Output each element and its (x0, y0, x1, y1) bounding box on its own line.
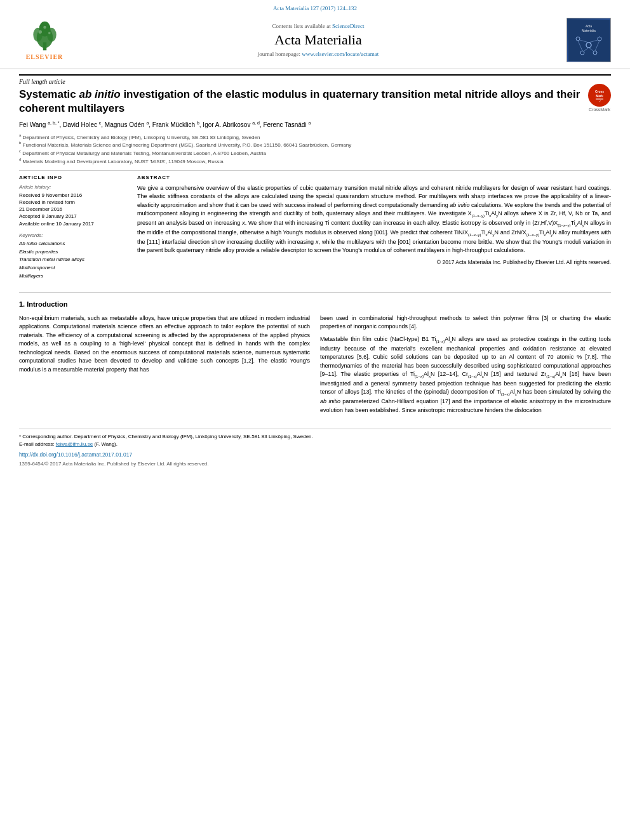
keyword-4: Multicomponent (19, 264, 127, 272)
authors-line: Fei Wang a, b, *, David Holec c, Magnus … (19, 121, 611, 128)
article-info-label: ARTICLE INFO (19, 175, 127, 180)
intro-paragraph-1: Non-equilibrium materials, such as metas… (19, 314, 310, 375)
elsevier-brand: ELSEVIER (26, 53, 64, 60)
svg-point-6 (48, 32, 50, 34)
section-number: 1. (19, 300, 25, 308)
sciencedirect-link[interactable]: ScienceDirect (332, 23, 364, 29)
page: Acta Materialia 127 (2017) 124–132 (0, 0, 630, 840)
journal-cover-image: Acta Materialia (566, 18, 611, 62)
keyword-1: Ab initio calculations (19, 240, 127, 248)
article-info-abstract-section: ARTICLE INFO Article history: Received 9… (19, 175, 611, 286)
copyright-line: © 2017 Acta Materialia Inc. Published by… (137, 259, 611, 265)
cover-graphic: Acta Materialia (568, 20, 610, 61)
affiliation-b: b Functional Materials, Materials Scienc… (19, 140, 611, 149)
article-info-column: ARTICLE INFO Article history: Received 9… (19, 175, 127, 286)
crossmark-label: CrossMark (589, 107, 610, 112)
abstract-label: ABSTRACT (137, 175, 611, 180)
journal-title: Acta Materialia (70, 32, 566, 48)
header-center: Contents lists available at ScienceDirec… (70, 23, 566, 57)
affiliation-c: c Department of Physical Metallurgy and … (19, 149, 611, 157)
history-label: Article history: (19, 184, 127, 190)
header-inner: ELSEVIER Contents lists available at Sci… (13, 14, 617, 66)
crossmark-badge-wrapper[interactable]: Cross Mark ✓ CrossMark (588, 84, 611, 112)
keyword-5: Multilayers (19, 272, 127, 281)
article-body: Full length article Cross Mark ✓ CrossMa… (0, 69, 630, 468)
keywords-label: Keywords: (19, 232, 127, 238)
section-title: Introduction (27, 300, 67, 308)
keywords-list: Ab initio calculations Elastic propertie… (19, 240, 127, 281)
email-suffix: (F. Wang). (94, 441, 117, 447)
elsevier-tree-icon (27, 20, 62, 52)
keywords-group: Keywords: Ab initio calculations Elastic… (19, 232, 127, 281)
article-title: Systematic ab initio investigation of th… (19, 88, 611, 116)
contents-line: Contents lists available at ScienceDirec… (70, 23, 566, 29)
homepage-url[interactable]: www.elsevier.com/locate/actamat (302, 51, 379, 57)
accepted-date: Accepted 8 January 2017 (19, 213, 127, 220)
revised-date: 21 December 2016 (19, 206, 127, 213)
available-date: Available online 10 January 2017 (19, 220, 127, 227)
intro-col-left: Non-equilibrium materials, such as metas… (19, 314, 310, 418)
divider-2 (19, 292, 611, 293)
doi-link[interactable]: http://dx.doi.org/10.1016/j.actamat.2017… (19, 451, 611, 459)
crossmark-icon[interactable]: Cross Mark ✓ (588, 84, 611, 107)
corresponding-author-note: * Corresponding author. Department of Ph… (19, 433, 611, 441)
email-link[interactable]: feiwa@ifm.liu.se (56, 441, 93, 447)
article-type: Full length article (19, 74, 611, 85)
svg-text:✓: ✓ (599, 100, 601, 103)
svg-text:Acta: Acta (585, 24, 591, 28)
intro-paragraph-2: been used in combinatorial high-throughp… (320, 314, 611, 331)
keyword-2: Elastic properties (19, 248, 127, 257)
journal-header: Acta Materialia 127 (2017) 124–132 (0, 0, 630, 69)
divider-1 (19, 170, 611, 171)
abstract-column: ABSTRACT We give a comprehensive overvie… (137, 175, 611, 286)
affiliations: a Department of Physics, Chemistry and B… (19, 133, 611, 165)
journal-volume: Acta Materialia 127 (2017) 124–132 (13, 5, 617, 11)
keyword-3: Transition metal nitride alloys (19, 256, 127, 264)
title-row: Cross Mark ✓ CrossMark Systematic ab ini… (19, 88, 611, 116)
homepage-line: journal homepage: www.elsevier.com/locat… (70, 51, 566, 57)
affiliation-d: d Materials Modeling and Development Lab… (19, 157, 611, 165)
svg-text:Mark: Mark (596, 94, 603, 98)
footer-note: * Corresponding author. Department of Ph… (19, 429, 611, 468)
email-line: E-mail address: feiwa@ifm.liu.se (F. Wan… (19, 441, 611, 448)
intro-col-right: been used in combinatorial high-throughp… (320, 314, 611, 418)
svg-text:Cross: Cross (595, 90, 604, 93)
svg-point-5 (38, 30, 41, 33)
revised-label: Received in revised form (19, 199, 127, 206)
article-history-group: Article history: Received 9 November 201… (19, 184, 127, 227)
svg-text:Materialia: Materialia (582, 29, 596, 32)
email-label: E-mail address: (19, 441, 55, 447)
abstract-text: We give a comprehensive overview of the … (137, 184, 611, 255)
elsevier-logo: ELSEVIER (19, 20, 70, 60)
svg-point-4 (39, 21, 50, 36)
introduction-two-col: Non-equilibrium materials, such as metas… (19, 314, 611, 418)
introduction-section: 1. Introduction Non-equilibrium material… (19, 300, 611, 418)
received-date: Received 9 November 2016 (19, 192, 127, 199)
issn-line: 1359-6454/© 2017 Acta Materialia Inc. Pu… (19, 460, 611, 468)
affiliation-a: a Department of Physics, Chemistry and B… (19, 133, 611, 141)
section-1-header: 1. Introduction (19, 300, 611, 308)
svg-point-7 (43, 25, 46, 29)
intro-paragraph-3: Metastable thin film cubic (NaCl-type) B… (320, 335, 611, 415)
